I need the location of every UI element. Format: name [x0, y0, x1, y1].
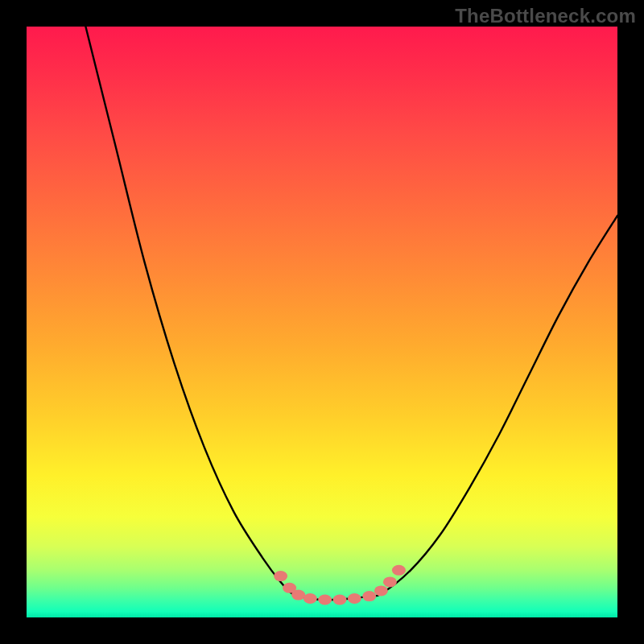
- marker-point: [362, 591, 376, 601]
- watermark-text: TheBottleneck.com: [455, 5, 636, 27]
- chart-frame: TheBottleneck.com: [0, 0, 644, 644]
- marker-point: [333, 594, 347, 605]
- marker-point: [303, 593, 317, 604]
- marker-point: [392, 565, 406, 576]
- curve-group: [85, 27, 617, 600]
- marker-point: [274, 571, 287, 581]
- plot-area: [27, 27, 617, 617]
- marker-point: [374, 585, 388, 596]
- chart-svg: [27, 27, 617, 617]
- bottleneck-curve: [85, 27, 617, 600]
- marker-point: [348, 593, 361, 604]
- marker-point: [291, 590, 305, 601]
- marker-point: [318, 594, 332, 605]
- marker-group: [274, 565, 406, 605]
- marker-point: [383, 576, 397, 587]
